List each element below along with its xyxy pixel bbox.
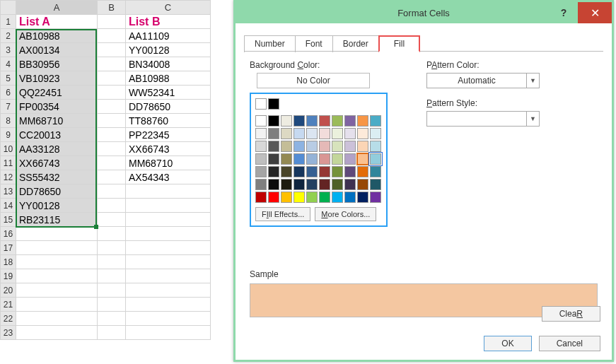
cell[interactable] xyxy=(98,156,126,170)
color-swatch[interactable] xyxy=(281,179,292,190)
color-swatch[interactable] xyxy=(319,128,330,139)
cell[interactable]: DD78650 xyxy=(126,100,211,114)
cell[interactable]: List B xyxy=(126,15,211,29)
color-swatch[interactable] xyxy=(268,166,279,177)
color-swatch[interactable] xyxy=(306,115,318,127)
cell[interactable]: SS55432 xyxy=(16,170,98,184)
color-swatch[interactable] xyxy=(370,115,381,127)
color-swatch[interactable] xyxy=(306,153,318,165)
cell[interactable] xyxy=(16,241,98,255)
clear-button[interactable]: CleaR xyxy=(542,306,600,322)
cell[interactable] xyxy=(98,184,126,199)
color-swatch[interactable] xyxy=(255,166,267,177)
cell[interactable] xyxy=(98,241,126,255)
cell[interactable] xyxy=(126,312,211,326)
color-swatch[interactable] xyxy=(370,166,381,177)
color-swatch[interactable] xyxy=(255,98,267,110)
cell[interactable] xyxy=(16,298,98,312)
color-swatch[interactable] xyxy=(357,115,368,127)
titlebar[interactable]: Format Cells ? ✕ xyxy=(236,2,612,23)
color-swatch[interactable] xyxy=(332,128,343,139)
row-header[interactable]: 8 xyxy=(1,114,16,128)
color-swatch[interactable] xyxy=(268,128,279,139)
color-swatch[interactable] xyxy=(294,141,305,152)
cell[interactable] xyxy=(126,255,211,269)
color-swatch[interactable] xyxy=(370,153,381,165)
ok-button[interactable]: OK xyxy=(484,336,531,351)
cell[interactable]: BB30956 xyxy=(16,57,98,71)
row-header[interactable]: 2 xyxy=(1,29,16,43)
color-swatch[interactable] xyxy=(344,128,356,139)
color-swatch[interactable] xyxy=(306,141,318,152)
color-swatch[interactable] xyxy=(332,192,343,203)
color-swatch[interactable] xyxy=(255,192,267,203)
cell[interactable] xyxy=(98,326,126,340)
color-swatch[interactable] xyxy=(268,179,279,190)
cell[interactable] xyxy=(126,241,211,255)
color-swatch[interactable] xyxy=(357,192,368,203)
cell[interactable]: List A xyxy=(16,15,98,29)
cell[interactable]: QQ22451 xyxy=(16,86,98,100)
row-header[interactable]: 22 xyxy=(1,312,16,326)
row-header[interactable]: 11 xyxy=(1,156,16,170)
color-swatch[interactable] xyxy=(319,179,330,190)
select-all-corner[interactable] xyxy=(1,1,16,15)
cell[interactable] xyxy=(126,269,211,283)
cell[interactable] xyxy=(98,312,126,326)
cell[interactable]: PP22345 xyxy=(126,128,211,142)
color-swatch[interactable] xyxy=(319,115,330,127)
color-swatch[interactable] xyxy=(370,192,381,203)
cell[interactable] xyxy=(98,86,126,100)
row-header[interactable]: 9 xyxy=(1,128,16,142)
color-swatch[interactable] xyxy=(255,141,267,152)
color-swatch[interactable] xyxy=(255,115,267,127)
cell[interactable]: BN34008 xyxy=(126,57,211,71)
color-swatch[interactable] xyxy=(294,115,305,127)
color-swatch[interactable] xyxy=(306,166,318,177)
cell[interactable] xyxy=(98,71,126,86)
color-swatch[interactable] xyxy=(306,179,318,190)
row-header[interactable]: 6 xyxy=(1,86,16,100)
cell[interactable] xyxy=(98,15,126,29)
cell[interactable] xyxy=(98,29,126,43)
cell[interactable]: XX66743 xyxy=(126,142,211,156)
cell[interactable] xyxy=(98,298,126,312)
cell[interactable] xyxy=(98,227,126,241)
fill-effects-button[interactable]: FIll Effects... xyxy=(255,207,310,221)
row-header[interactable]: 17 xyxy=(1,241,16,255)
row-header[interactable]: 20 xyxy=(1,283,16,298)
cancel-button[interactable]: Cancel xyxy=(539,336,600,351)
row-header[interactable]: 14 xyxy=(1,199,16,213)
cell[interactable] xyxy=(98,114,126,128)
row-header[interactable]: 5 xyxy=(1,71,16,86)
color-swatch[interactable] xyxy=(281,166,292,177)
cell[interactable]: CC20013 xyxy=(16,128,98,142)
color-swatch[interactable] xyxy=(281,128,292,139)
cell[interactable]: FP00354 xyxy=(16,100,98,114)
color-swatch[interactable] xyxy=(268,141,279,152)
cell[interactable]: AB10988 xyxy=(126,71,211,86)
col-header-b[interactable]: B xyxy=(98,1,126,15)
color-swatch[interactable] xyxy=(294,179,305,190)
cell[interactable] xyxy=(16,255,98,269)
cell[interactable] xyxy=(98,43,126,57)
color-swatch[interactable] xyxy=(306,128,318,139)
color-swatch[interactable] xyxy=(332,166,343,177)
color-swatch[interactable] xyxy=(344,153,356,165)
cell[interactable] xyxy=(98,128,126,142)
cell[interactable]: RB23115 xyxy=(16,213,98,227)
color-swatch[interactable] xyxy=(319,192,330,203)
cell[interactable]: WW52341 xyxy=(126,86,211,100)
col-header-a[interactable]: A xyxy=(16,1,98,15)
cell[interactable] xyxy=(16,283,98,298)
row-header[interactable]: 7 xyxy=(1,100,16,114)
color-swatch[interactable] xyxy=(370,128,381,139)
cell[interactable] xyxy=(98,213,126,227)
color-swatch[interactable] xyxy=(370,141,381,152)
cell[interactable]: DD78650 xyxy=(16,184,98,199)
cell[interactable] xyxy=(98,199,126,213)
row-header[interactable]: 10 xyxy=(1,142,16,156)
color-swatch[interactable] xyxy=(332,115,343,127)
row-header[interactable]: 12 xyxy=(1,170,16,184)
cell[interactable]: XX66743 xyxy=(16,156,98,170)
